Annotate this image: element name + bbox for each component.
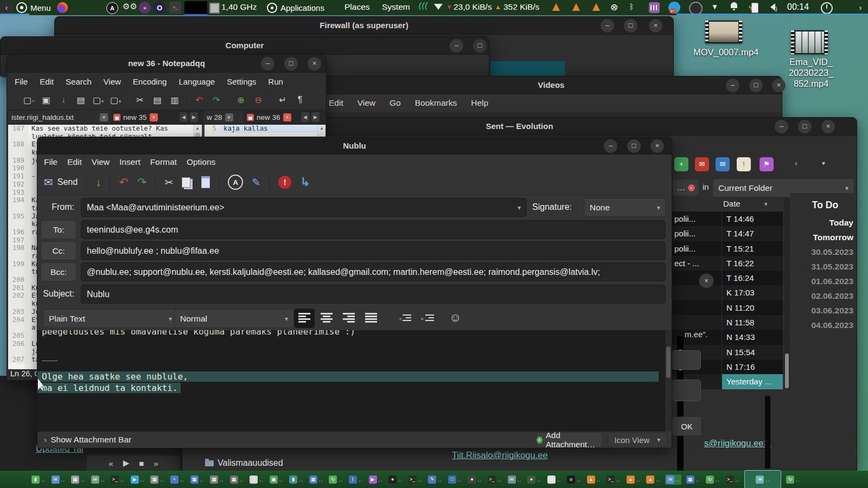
close-all-icon[interactable]: ▢× xyxy=(110,95,121,105)
justify-button[interactable] xyxy=(361,309,381,328)
battery-icon[interactable]: ϟ xyxy=(751,3,758,13)
icon-view-dropdown[interactable]: Icon View ▾ xyxy=(608,432,667,447)
attachment-expander-icon[interactable]: › xyxy=(44,435,47,445)
mail-list-header[interactable]: Date ▾ xyxy=(671,197,783,212)
date-column-header[interactable]: Date xyxy=(723,199,741,208)
mark-important-icon[interactable]: ! xyxy=(278,176,291,189)
cut-icon[interactable]: ✂ xyxy=(164,176,173,189)
button-fragment[interactable] xyxy=(672,380,701,401)
stop-icon[interactable]: ■ xyxy=(139,459,144,468)
menu-options[interactable]: Options xyxy=(187,157,215,167)
menu-help[interactable]: Help xyxy=(471,98,488,108)
videos-titlebar[interactable] xyxy=(321,76,782,94)
taskbar-window-button[interactable]: ▦ .. xyxy=(70,474,86,485)
email-link-tiit[interactable]: Tiit.Riisalo@riigikogu.ee xyxy=(452,450,548,460)
save-draft-icon[interactable]: ↓ xyxy=(95,176,101,189)
taskbar-window-button[interactable]: ▦ .. xyxy=(308,474,324,485)
taskbar-window-button[interactable]: ✉ .. xyxy=(507,474,523,485)
messenger-tray-icon[interactable]: 87 xyxy=(668,2,680,14)
zoom-out-icon[interactable]: ⊖ xyxy=(253,95,264,105)
cut-icon[interactable]: ✂ xyxy=(135,95,145,105)
minimize-button[interactable]: – xyxy=(450,39,463,53)
menu-button[interactable]: Menu xyxy=(16,0,51,15)
copy-icon[interactable] xyxy=(182,177,190,188)
new-file-icon[interactable]: ▢+ xyxy=(23,95,34,105)
menu-language[interactable]: Language xyxy=(178,77,215,86)
mail-row[interactable]: ect - ... T 16:22 xyxy=(671,256,783,271)
spell-check-icon[interactable]: ✎ xyxy=(252,176,260,189)
mail-row[interactable]: T 16:24 xyxy=(671,271,783,285)
body-scrollbar[interactable] xyxy=(665,330,672,432)
save-all-icon[interactable]: ▤ xyxy=(75,95,86,105)
taskbar-window-button[interactable]: ✉ .. xyxy=(50,474,67,485)
menu-go[interactable]: Go xyxy=(390,98,401,108)
menu-view[interactable]: View xyxy=(92,157,110,167)
taskbar-window-button[interactable]: ▦ .. xyxy=(685,474,701,485)
todo-item[interactable]: 02.06.2023 xyxy=(790,288,856,303)
mail-row[interactable]: N 11:20 xyxy=(671,300,783,315)
taskbar-window-button[interactable]: ✉ .. xyxy=(665,474,681,485)
close-button[interactable]: × xyxy=(308,57,321,70)
taskbar-window-button[interactable]: ▮ .. xyxy=(288,474,304,485)
search-tool-icon[interactable]: A xyxy=(106,2,118,14)
todo-item[interactable]: 03.06.2023 xyxy=(790,303,856,318)
mov-file-thumbnail[interactable] xyxy=(705,21,742,43)
taskbar-window-button[interactable]: ↻ .. xyxy=(328,474,344,485)
menu-file[interactable]: File xyxy=(44,157,58,167)
todo-item[interactable]: 31.05.2023 xyxy=(790,259,856,274)
volume-icon[interactable]: ) xyxy=(770,3,777,12)
taskbar-window-button[interactable]: ᛒ .. xyxy=(348,474,364,485)
to-field[interactable]: teenindus@ee.g4s.com xyxy=(81,220,666,239)
tab-new-35[interactable]: new 35 × xyxy=(110,111,180,124)
search-term-chip[interactable]: … × xyxy=(672,179,699,196)
taskbar-window-button[interactable]: >_ .. xyxy=(110,474,126,485)
tab-scroll-left-icon[interactable]: ◀ xyxy=(180,112,188,122)
todo-item[interactable]: 04.06.2023 xyxy=(790,318,856,332)
wifi-icon[interactable] xyxy=(434,4,443,10)
menu-settings[interactable]: Settings xyxy=(227,77,256,86)
redo-icon[interactable]: ↷ xyxy=(211,95,222,105)
add-attachment-button[interactable]: + Add Attachment… xyxy=(536,432,602,447)
close-tab-icon[interactable]: × xyxy=(100,113,108,121)
minimize-button[interactable]: – xyxy=(775,120,788,133)
taskbar-window-button[interactable]: ▲ .. xyxy=(645,474,661,485)
vlc-icon[interactable] xyxy=(592,3,600,11)
tab-scroll-right-icon[interactable]: ▶ xyxy=(190,112,198,122)
net-up-speed[interactable]: 352 KiB/s xyxy=(503,2,539,12)
taskbar-window-button[interactable]: ▶ .. xyxy=(368,474,384,485)
minimize-button[interactable]: – xyxy=(604,139,617,153)
mail-scrollbar[interactable] xyxy=(784,197,790,389)
paragraph-marks-icon[interactable]: ¶ xyxy=(295,95,305,105)
ok-button[interactable]: OK xyxy=(672,416,702,436)
align-center-button[interactable] xyxy=(316,309,337,328)
taskbar-window-button[interactable]: >_ .. xyxy=(725,474,741,485)
play-icon[interactable]: ▶ xyxy=(123,458,130,468)
maximize-button[interactable]: □ xyxy=(749,79,763,92)
mail-row[interactable]: K 17:03 xyxy=(671,285,783,300)
subject-field[interactable]: Nublu xyxy=(81,285,666,304)
mail-row[interactable]: polii... T 14:46 xyxy=(671,211,783,226)
scroll-up-icon[interactable]: ▲ xyxy=(194,125,201,132)
popup-close-icon[interactable]: × xyxy=(699,273,714,288)
menu-search[interactable]: Search xyxy=(66,77,92,86)
undo-icon[interactable]: ↶ xyxy=(119,176,129,189)
flag-icon[interactable]: ⚑ xyxy=(760,157,774,171)
notification-bell-icon[interactable] xyxy=(731,2,737,8)
clear-search-icon[interactable]: × xyxy=(688,184,695,191)
browser-o-icon[interactable]: O xyxy=(154,2,165,14)
taskbar-window-button[interactable]: e .. xyxy=(566,474,582,485)
taskbar-window-button[interactable]: ▦ .. xyxy=(209,474,225,485)
maximize-button[interactable]: □ xyxy=(627,139,641,153)
menu-run[interactable]: Run xyxy=(268,77,283,86)
todo-item[interactable]: Tomorrow xyxy=(790,230,856,245)
send-button[interactable]: ✉ Send xyxy=(44,176,78,189)
menu-bookmarks[interactable]: Bookmarks xyxy=(415,98,457,108)
chevron-down-icon[interactable]: ▾ xyxy=(822,159,825,167)
taskbar-window-button[interactable]: ● .. xyxy=(467,474,483,485)
menu-encoding[interactable]: Encoding xyxy=(133,77,167,86)
todo-item[interactable]: Today xyxy=(790,215,856,230)
minimize-button[interactable]: – xyxy=(726,79,739,92)
cc-field[interactable]: hello@nublufy.ee ; nublu@fifaa.ee xyxy=(81,241,666,260)
close-button[interactable]: × xyxy=(821,120,835,133)
vlc-icon[interactable] xyxy=(552,3,560,11)
